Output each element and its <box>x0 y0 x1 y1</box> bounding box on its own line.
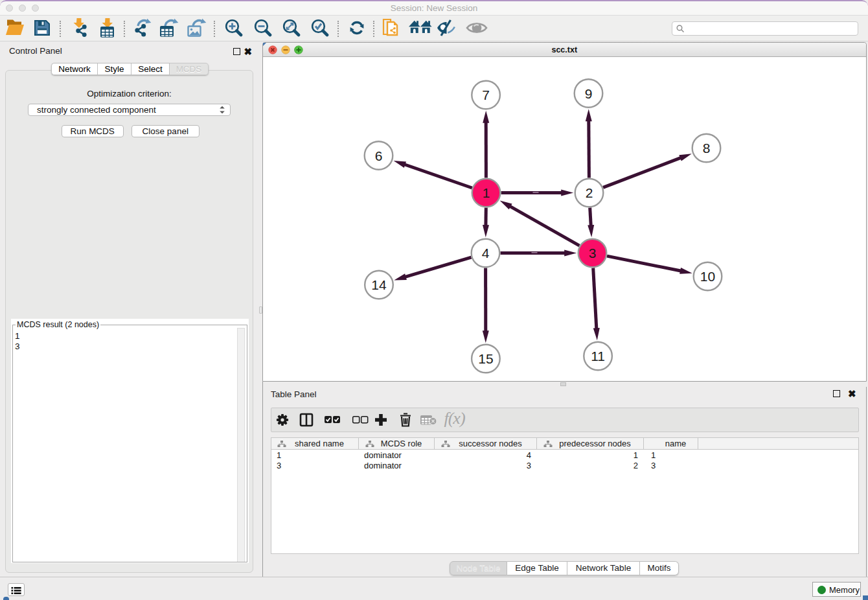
svg-text:8: 8 <box>702 141 710 156</box>
svg-text:2: 2 <box>585 185 593 200</box>
svg-text:14: 14 <box>371 277 387 292</box>
svg-text:10: 10 <box>700 269 714 284</box>
svg-text:6: 6 <box>374 148 382 163</box>
svg-text:3: 3 <box>588 246 596 260</box>
svg-text:15: 15 <box>478 351 493 366</box>
svg-text:4: 4 <box>481 246 489 260</box>
svg-text:7: 7 <box>482 87 490 102</box>
svg-text:11: 11 <box>591 349 605 363</box>
svg-text:1: 1 <box>482 185 490 200</box>
svg-text:9: 9 <box>584 86 592 100</box>
